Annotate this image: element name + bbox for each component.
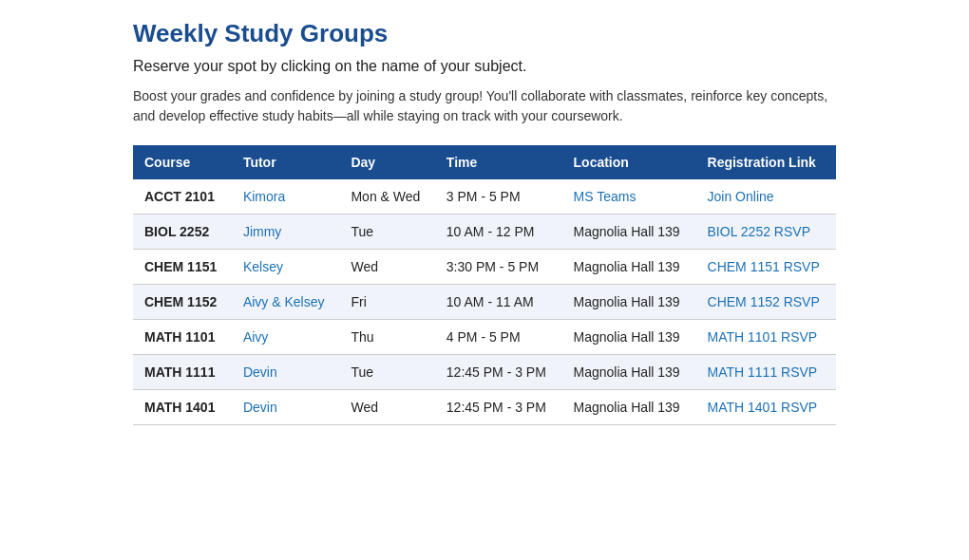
cell-time: 10 AM - 12 PM xyxy=(435,215,562,250)
cell-day: Thu xyxy=(339,320,434,355)
table-header: Course Tutor Day Time Location Registrat… xyxy=(133,145,836,179)
page-subtitle: Reserve your spot by clicking on the nam… xyxy=(133,58,836,75)
table-row: MATH 1101AivyThu4 PM - 5 PMMagnolia Hall… xyxy=(133,320,836,355)
col-day: Day xyxy=(339,145,434,179)
table-row: BIOL 2252JimmyTue10 AM - 12 PMMagnolia H… xyxy=(133,215,836,250)
registration-link[interactable]: MATH 1401 RSVP xyxy=(708,400,818,415)
cell-time: 10 AM - 11 AM xyxy=(435,285,562,320)
cell-day: Wed xyxy=(339,250,434,285)
table-row: MATH 1111DevinTue12:45 PM - 3 PMMagnolia… xyxy=(133,355,836,390)
cell-registration[interactable]: BIOL 2252 RSVP xyxy=(696,215,836,250)
cell-registration[interactable]: Join Online xyxy=(696,179,836,215)
tutor-link[interactable]: Kelsey xyxy=(243,259,283,274)
registration-link[interactable]: CHEM 1151 RSVP xyxy=(708,259,820,274)
table-row: MATH 1401DevinWed12:45 PM - 3 PMMagnolia… xyxy=(133,390,836,425)
cell-day: Wed xyxy=(339,390,434,425)
cell-tutor[interactable]: Devin xyxy=(232,390,340,425)
table-body: ACCT 2101KimoraMon & Wed3 PM - 5 PMMS Te… xyxy=(133,179,836,425)
cell-course: MATH 1111 xyxy=(133,355,232,390)
tutor-link[interactable]: Devin xyxy=(243,364,277,380)
page-title: Weekly Study Groups xyxy=(133,19,836,48)
table-row: ACCT 2101KimoraMon & Wed3 PM - 5 PMMS Te… xyxy=(133,179,836,215)
tutor-link[interactable]: Aivy & Kelsey xyxy=(243,294,325,309)
page-description: Boost your grades and confidence by join… xyxy=(133,86,836,126)
cell-location: Magnolia Hall 139 xyxy=(562,215,696,250)
registration-link[interactable]: MATH 1111 RSVP xyxy=(708,364,818,380)
col-registration: Registration Link xyxy=(696,145,836,179)
cell-tutor[interactable]: Aivy & Kelsey xyxy=(232,285,340,320)
cell-registration[interactable]: MATH 1111 RSVP xyxy=(696,355,836,390)
cell-time: 3:30 PM - 5 PM xyxy=(435,250,562,285)
cell-location: Magnolia Hall 139 xyxy=(562,285,696,320)
cell-day: Mon & Wed xyxy=(339,179,434,215)
cell-registration[interactable]: CHEM 1151 RSVP xyxy=(696,250,836,285)
tutor-link[interactable]: Jimmy xyxy=(243,224,281,239)
cell-time: 12:45 PM - 3 PM xyxy=(435,390,562,425)
cell-course: CHEM 1151 xyxy=(133,250,232,285)
location-link[interactable]: MS Teams xyxy=(574,189,636,204)
registration-link[interactable]: MATH 1101 RSVP xyxy=(708,329,818,345)
cell-course: MATH 1401 xyxy=(133,390,232,425)
cell-day: Tue xyxy=(339,215,434,250)
study-groups-table: Course Tutor Day Time Location Registrat… xyxy=(133,145,836,425)
cell-course: BIOL 2252 xyxy=(133,215,232,250)
cell-time: 4 PM - 5 PM xyxy=(435,320,562,355)
tutor-link[interactable]: Devin xyxy=(243,400,277,415)
registration-link[interactable]: BIOL 2252 RSVP xyxy=(708,224,810,239)
tutor-link[interactable]: Aivy xyxy=(243,329,268,345)
cell-day: Fri xyxy=(339,285,434,320)
cell-tutor[interactable]: Aivy xyxy=(232,320,340,355)
registration-link[interactable]: Join Online xyxy=(708,189,774,204)
cell-location: Magnolia Hall 139 xyxy=(562,320,696,355)
cell-course: ACCT 2101 xyxy=(133,179,232,215)
cell-tutor[interactable]: Jimmy xyxy=(232,215,340,250)
cell-course: MATH 1101 xyxy=(133,320,232,355)
table-row: CHEM 1152Aivy & KelseyFri10 AM - 11 AMMa… xyxy=(133,285,836,320)
cell-time: 3 PM - 5 PM xyxy=(435,179,562,215)
tutor-link[interactable]: Kimora xyxy=(243,189,285,204)
cell-tutor[interactable]: Kelsey xyxy=(232,250,340,285)
cell-location[interactable]: MS Teams xyxy=(562,179,696,215)
cell-tutor[interactable]: Devin xyxy=(232,355,340,390)
cell-day: Tue xyxy=(339,355,434,390)
cell-registration[interactable]: MATH 1101 RSVP xyxy=(696,320,836,355)
table-row: CHEM 1151KelseyWed3:30 PM - 5 PMMagnolia… xyxy=(133,250,836,285)
col-course: Course xyxy=(133,145,232,179)
cell-time: 12:45 PM - 3 PM xyxy=(435,355,562,390)
cell-location: Magnolia Hall 139 xyxy=(562,250,696,285)
registration-link[interactable]: CHEM 1152 RSVP xyxy=(708,294,820,309)
col-tutor: Tutor xyxy=(232,145,340,179)
cell-registration[interactable]: MATH 1401 RSVP xyxy=(696,390,836,425)
col-time: Time xyxy=(435,145,562,179)
cell-location: Magnolia Hall 139 xyxy=(562,355,696,390)
cell-tutor[interactable]: Kimora xyxy=(232,179,340,215)
cell-location: Magnolia Hall 139 xyxy=(562,390,696,425)
cell-registration[interactable]: CHEM 1152 RSVP xyxy=(696,285,836,320)
col-location: Location xyxy=(562,145,696,179)
cell-course: CHEM 1152 xyxy=(133,285,232,320)
